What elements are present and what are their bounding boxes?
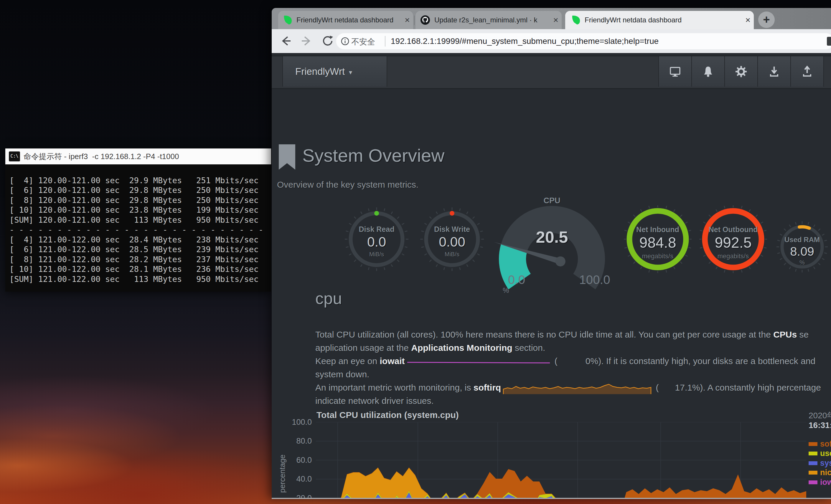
url-text[interactable]: 192.168.2.1:19999/#menu_system_submenu_c… (391, 36, 659, 46)
legend-item[interactable]: use (809, 449, 831, 458)
terminal-output: [ 4] 120.00-121.00 sec 29.9 MBytes 251 M… (9, 166, 269, 284)
paragraph-line: An important metric worth monitoring, is… (315, 381, 831, 394)
terminal-line: [ 4] 121.00-122.00 sec 28.4 MBytes 238 M… (9, 235, 269, 245)
export-button[interactable] (790, 56, 824, 87)
console-button[interactable] (658, 56, 692, 87)
gauge-value: 20.5 (489, 228, 615, 246)
upload-icon (801, 65, 813, 78)
tab-label: FriendlyWrt netdata dashboard (585, 16, 742, 24)
gauge-min: 0.0 (500, 273, 533, 287)
netdata-favicon-icon (284, 15, 292, 25)
host-dropdown[interactable]: FriendlyWrt ▾ (282, 56, 387, 87)
gauge-label: Used RAM (776, 236, 828, 244)
settings-button[interactable] (724, 56, 758, 87)
gauge-value: 8.09 (776, 244, 828, 259)
chart-title: Total CPU utilization (system.cpu) (316, 410, 459, 420)
new-tab-button[interactable]: + (758, 11, 775, 28)
softirq-sparkline[interactable] (503, 382, 652, 394)
gauge-max: 100.0 (574, 273, 615, 287)
legend-swatch (809, 461, 818, 465)
extension-icon[interactable] (827, 37, 831, 46)
gauge-value: 984.8 (624, 234, 692, 251)
gauge-disk-write[interactable]: Disk Write 0.00 MiB/s (420, 207, 484, 272)
paragraph-text: 17.1%). A constantly high percentage (675, 383, 821, 392)
paragraph-text: section. (512, 343, 545, 353)
gauge-cpu[interactable]: CPU 20.5 0.0 100.0 % (489, 192, 615, 290)
terminal-line: [ 6] 121.00-122.00 sec 28.5 MBytes 239 M… (9, 244, 269, 255)
info-icon[interactable] (341, 37, 349, 46)
y-tick: 40.0 (285, 475, 312, 484)
legend-label: nice (820, 468, 831, 477)
paragraph-text: Total CPU utilization (all cores). 100% … (315, 330, 773, 339)
tab-github[interactable]: Update r2s_lean_minimal.yml · k × (416, 11, 562, 29)
security-label[interactable]: 不安全 (351, 36, 375, 47)
gauge-label: Net Inbound (624, 225, 692, 234)
legend-label: use (820, 449, 831, 458)
terminal-line: [ 6] 120.00-121.00 sec 29.8 MBytes 250 M… (9, 185, 269, 195)
tab-friendlywrt-1[interactable]: FriendlyWrt netdata dashboard × (278, 11, 413, 29)
terminal-line: [SUM] 120.00-121.00 sec 113 MBytes 950 M… (9, 215, 269, 225)
download-icon (768, 65, 780, 78)
gauge-label: Net Outbound (699, 225, 767, 234)
tab-close-icon[interactable]: × (550, 15, 562, 25)
github-favicon-icon (420, 15, 430, 25)
terminal-titlebar[interactable]: C:\ 命令提示符 - iperf3 -c 192.168.1.2 -P4 -t… (5, 148, 271, 165)
legend-item[interactable]: sys (809, 458, 831, 468)
legend-swatch (809, 480, 818, 484)
window-bottom-edge (272, 498, 831, 499)
iowait-sparkline[interactable] (407, 358, 550, 365)
legend-label: sys (820, 458, 831, 468)
terminal-line: [ 8] 121.00-122.00 sec 28.2 MBytes 237 M… (9, 255, 269, 265)
import-button[interactable] (757, 56, 791, 87)
gauge-disk-read[interactable]: Disk Read 0.0 MiB/s (344, 207, 409, 272)
netdata-navbar: FriendlyWrt ▾ (272, 56, 831, 89)
cpu-section-text: Total CPU utilization (all cores). 100% … (315, 328, 831, 407)
tab-close-icon[interactable]: × (742, 15, 754, 25)
desktop: C:\ 命令提示符 - iperf3 -c 192.168.1.2 -P4 -t… (0, 0, 831, 504)
paragraph-text: 0%). If it is constantly high, your disk… (585, 356, 815, 366)
forward-icon[interactable] (300, 34, 313, 48)
host-name: FriendlyWrt (295, 66, 345, 77)
paragraph-line: application usage at the Applications Mo… (315, 341, 831, 354)
gauge-used-ram[interactable]: Used RAM 8.09 % (776, 221, 828, 273)
bookmark-icon (279, 144, 295, 170)
reload-icon[interactable] (321, 34, 334, 48)
section-subtitle: Overview of the key system metrics. (277, 180, 419, 190)
paragraph-text: indicate network driver issues. (315, 396, 434, 406)
alarms-button[interactable] (691, 56, 725, 87)
legend-item[interactable]: nice (809, 468, 831, 478)
terminal-line: [SUM] 121.00-122.00 sec 113 MBytes 950 M… (9, 274, 269, 284)
paragraph-line: indicate network driver issues. (315, 394, 831, 407)
paragraph-text: ( (653, 383, 659, 392)
legend-swatch (809, 442, 818, 446)
terminal-line (9, 166, 269, 176)
paragraph-text: se (797, 330, 809, 339)
gauge-net-outbound[interactable]: Net Outbound 992.5 megabits/s (699, 205, 767, 273)
tab-friendlywrt-2-active[interactable]: FriendlyWrt netdata dashboard × (565, 11, 754, 29)
browser-window: FriendlyWrt netdata dashboard × Update r… (272, 8, 831, 499)
back-icon[interactable] (279, 34, 292, 48)
url-bar[interactable]: 不安全 192.168.2.1:19999/#menu_system_subme… (336, 33, 831, 50)
terminal-title: 命令提示符 - iperf3 -c 192.168.1.2 -P4 -t1000 (24, 151, 179, 162)
legend-item[interactable]: soft (809, 439, 831, 449)
terminal-window[interactable]: C:\ 命令提示符 - iperf3 -c 192.168.1.2 -P4 -t… (5, 148, 271, 292)
tab-close-icon[interactable]: × (401, 15, 413, 25)
tab-strip: FriendlyWrt netdata dashboard × Update r… (272, 8, 831, 29)
gear-icon (735, 65, 747, 78)
gauge-unit: % (776, 259, 828, 266)
terminal-line: [ 10] 121.00-122.00 sec 28.1 MBytes 236 … (9, 264, 269, 274)
bell-icon (702, 65, 714, 78)
netdata-page: FriendlyWrt ▾ (272, 53, 831, 499)
cmd-icon: C:\ (9, 151, 20, 161)
legend-item[interactable]: iow (809, 477, 831, 487)
gauge-net-inbound[interactable]: Net Inbound 984.8 megabits/s (624, 205, 692, 273)
legend-swatch (809, 451, 818, 455)
gauge-label: Disk Write (420, 225, 484, 234)
gauge-unit: megabits/s (699, 253, 767, 260)
paragraph-line: system down. (315, 367, 831, 381)
keyword-bold: iowait (380, 356, 405, 366)
keyword-bold: CPUs (773, 330, 797, 339)
cpu-utilization-chart[interactable] (316, 422, 806, 499)
y-axis-label: percentage (278, 454, 287, 493)
paragraph-line: Total CPU utilization (all cores). 100% … (315, 328, 831, 341)
